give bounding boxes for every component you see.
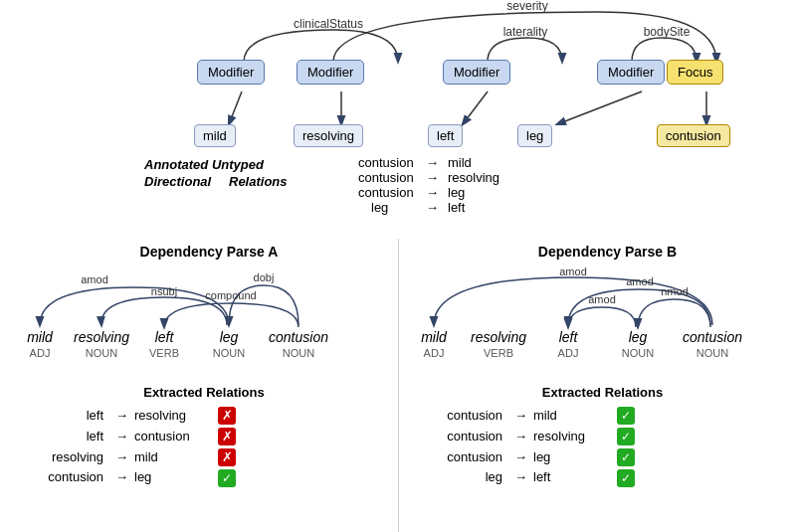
rel-b-4-from: leg [429, 467, 508, 488]
rel2-to: resolving [448, 170, 499, 185]
rel-a-2-to: contusion [134, 427, 214, 447]
rel-a-1-to: resolving [134, 406, 214, 427]
word-contusion-a: contusion [269, 329, 328, 345]
rel-b-4: leg → left ✓ [409, 467, 796, 488]
rel1-arrow: → [426, 155, 439, 170]
amod1-label-b: amod [559, 266, 587, 277]
rel-b-3-arrow: → [508, 447, 533, 468]
modifier2-node: Modifier [297, 60, 364, 85]
nmod-label-b: nmod [661, 285, 689, 297]
rel-a-3-mark: ✗ [218, 448, 236, 466]
leg-leaf: leg [517, 124, 552, 147]
modifier4-node: Modifier [597, 60, 665, 85]
dep-parse-b-section: Dependency Parse B amod amod nmod [398, 239, 796, 532]
top-svg: severity clinicalStatus laterality bodyS… [0, 0, 796, 239]
amod2-label-b: amod [626, 275, 654, 287]
amod-label-a: amod [81, 273, 108, 285]
rel3-to: leg [448, 185, 465, 200]
rel-b-4-to: left [533, 467, 613, 488]
extracted-a-title: Extracted Relations [10, 385, 398, 400]
rel-a-3: resolving → mild ✗ [10, 447, 398, 468]
rel-b-2-from: contusion [429, 427, 508, 447]
rel-b-1: contusion → mild ✓ [409, 406, 796, 427]
rel3-arrow: → [426, 185, 439, 200]
rel-b-3: contusion → leg ✓ [409, 447, 796, 468]
rel-a-1-mark: ✗ [218, 407, 236, 425]
dep-parse-b-title: Dependency Parse B [399, 239, 796, 260]
rel-a-2: left → contusion ✗ [10, 427, 398, 447]
pos-resolving-a: NOUN [86, 347, 117, 359]
body-site-label: bodySite [644, 25, 691, 39]
modifier1-node: Modifier [197, 60, 265, 85]
dep-parse-b-svg: amod amod nmod amod mild ADJ resolving V… [399, 267, 796, 367]
pos-contusion-b: NOUN [696, 347, 728, 359]
pos-resolving-b: VERB [484, 347, 513, 359]
pos-contusion-a: NOUN [283, 347, 314, 359]
rel-a-1: left → resolving ✗ [10, 406, 398, 427]
rel3-from: contusion [358, 185, 414, 200]
rel4-arrow: → [426, 200, 439, 215]
rel-a-3-from: resolving [30, 447, 109, 468]
rel-b-1-mark: ✓ [617, 407, 635, 425]
word-contusion-b: contusion [683, 329, 742, 345]
rel-a-2-from: left [30, 427, 109, 447]
pos-leg-a: NOUN [213, 347, 245, 359]
rel-a-1-arrow: → [109, 406, 134, 427]
modifier3-node: Modifier [443, 60, 510, 85]
focus-node: Focus [667, 60, 723, 85]
pos-left-a: VERB [149, 347, 179, 359]
rel-b-1-to: mild [533, 406, 613, 427]
clinical-status-label: clinicalStatus [294, 17, 363, 31]
word-resolving-a: resolving [74, 329, 129, 345]
rel-a-4-from: contusion [30, 467, 109, 488]
nsubj-label-a: nsubj [151, 285, 177, 297]
rel2-arrow: → [426, 170, 439, 185]
contusion-leaf: contusion [657, 124, 730, 147]
rel4-from: leg [371, 200, 388, 215]
word-leg-a: leg [220, 329, 239, 345]
word-left-a: left [155, 329, 175, 345]
bottom-section: Dependency Parse A amod nsubj dobj [0, 239, 796, 532]
rel-a-4-arrow: → [109, 467, 134, 488]
pos-leg-b: NOUN [622, 347, 654, 359]
word-mild-a: mild [27, 329, 54, 345]
dep-parse-a-section: Dependency Parse A amod nsubj dobj [0, 239, 398, 532]
rel-b-3-to: leg [533, 447, 613, 468]
svg-line-3 [557, 91, 642, 124]
annotation-title-line2: Directional [144, 174, 212, 189]
extracted-a-container: Extracted Relations left → resolving ✗ l… [0, 385, 398, 488]
laterality-label: laterality [503, 25, 548, 39]
pos-mild-a: ADJ [30, 347, 51, 359]
pos-left-b: ADJ [558, 347, 579, 359]
dep-parse-a-title: Dependency Parse A [0, 239, 398, 260]
rel2-from: contusion [358, 170, 414, 185]
svg-line-0 [229, 91, 242, 124]
left-leaf: left [428, 124, 463, 147]
resolving-leaf: resolving [294, 124, 363, 147]
pos-mild-b: ADJ [424, 347, 445, 359]
rel1-from: contusion [358, 155, 414, 170]
extracted-b-container: Extracted Relations contusion → mild ✓ c… [399, 385, 796, 488]
rel-a-4-to: leg [134, 467, 214, 488]
extracted-b-title: Extracted Relations [409, 385, 796, 400]
rel-a-3-to: mild [134, 447, 214, 468]
rel-b-3-mark: ✓ [617, 448, 635, 466]
annotation-title-line1: Annotated Untyped [143, 157, 265, 172]
annotation-title-line3: Relations [229, 174, 288, 189]
word-mild-b: mild [421, 329, 448, 345]
mild-leaf: mild [194, 124, 236, 147]
word-resolving-b: resolving [471, 329, 526, 345]
dep-parse-a-svg: amod nsubj dobj compound mild ADJ resolv… [0, 267, 398, 367]
rel-b-1-arrow: → [508, 406, 533, 427]
rel4-to: left [448, 200, 466, 215]
rel1-to: mild [448, 155, 472, 170]
svg-line-2 [463, 91, 488, 124]
rel-a-4-mark: ✓ [218, 469, 236, 487]
rel-a-1-from: left [30, 406, 109, 427]
rel-b-2-mark: ✓ [617, 428, 635, 445]
dobj-label-a: dobj [254, 271, 275, 283]
amod3-label-b: amod [588, 293, 616, 305]
rel-a-4: contusion → leg ✓ [10, 467, 398, 488]
rel-b-1-from: contusion [429, 406, 508, 427]
rel-a-3-arrow: → [109, 447, 134, 468]
